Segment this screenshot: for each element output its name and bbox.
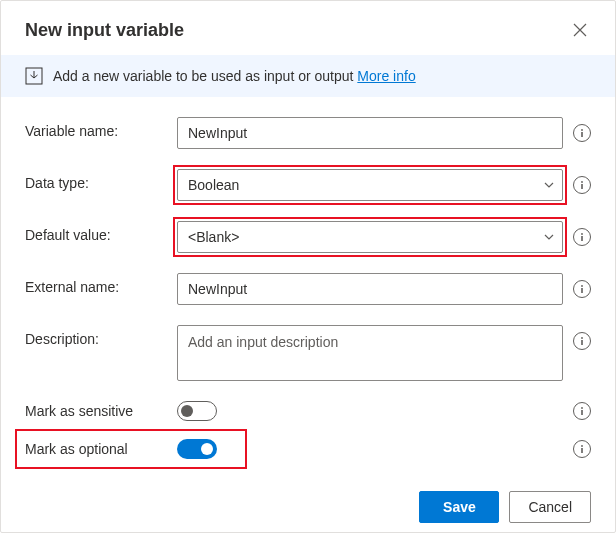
svg-point-9 [581, 337, 583, 339]
save-button[interactable]: Save [419, 491, 499, 523]
dialog-header: New input variable [1, 1, 615, 55]
row-data-type: Data type: Boolean [25, 169, 591, 201]
row-mark-sensitive: Mark as sensitive [25, 401, 591, 421]
info-button-description[interactable] [573, 332, 591, 350]
new-input-variable-dialog: New input variable Add a new variable to… [0, 0, 616, 533]
variable-name-input[interactable] [177, 117, 563, 149]
more-info-link[interactable]: More info [357, 68, 415, 84]
info-icon [577, 406, 587, 416]
row-variable-name: Variable name: [25, 117, 591, 149]
mark-optional-toggle[interactable] [177, 439, 217, 459]
label-variable-name: Variable name: [25, 117, 177, 139]
svg-rect-4 [581, 184, 583, 189]
info-button-mark-optional[interactable] [573, 440, 591, 458]
close-icon [573, 23, 587, 37]
variable-badge-icon [25, 67, 43, 85]
label-default-value: Default value: [25, 221, 177, 243]
info-banner: Add a new variable to be used as input o… [1, 55, 615, 97]
close-button[interactable] [569, 19, 591, 41]
svg-point-3 [581, 181, 583, 183]
description-input[interactable] [177, 325, 563, 381]
label-mark-optional: Mark as optional [25, 441, 177, 457]
label-external-name: External name: [25, 273, 177, 295]
row-external-name: External name: [25, 273, 591, 305]
info-icon [577, 232, 587, 242]
svg-rect-2 [581, 132, 583, 137]
info-icon [577, 444, 587, 454]
svg-point-7 [581, 285, 583, 287]
info-icon [577, 336, 587, 346]
svg-rect-14 [581, 448, 583, 453]
row-mark-optional: Mark as optional [25, 439, 591, 459]
toggle-knob [181, 405, 193, 417]
svg-point-1 [581, 129, 583, 131]
default-value-select[interactable]: <Blank> [177, 221, 563, 253]
external-name-input[interactable] [177, 273, 563, 305]
svg-rect-8 [581, 288, 583, 293]
data-type-select[interactable]: Boolean [177, 169, 563, 201]
info-icon [577, 284, 587, 294]
dialog-footer: Save Cancel [1, 477, 615, 533]
dialog-title: New input variable [25, 20, 184, 41]
info-button-external-name[interactable] [573, 280, 591, 298]
info-banner-text: Add a new variable to be used as input o… [53, 68, 416, 84]
label-mark-sensitive: Mark as sensitive [25, 403, 177, 419]
label-data-type: Data type: [25, 169, 177, 191]
info-button-data-type[interactable] [573, 176, 591, 194]
svg-rect-10 [581, 340, 583, 345]
info-icon [577, 180, 587, 190]
svg-point-5 [581, 233, 583, 235]
svg-rect-6 [581, 236, 583, 241]
cancel-button[interactable]: Cancel [509, 491, 591, 523]
row-description: Description: [25, 325, 591, 381]
form-area: Variable name: Data type: Boolean [1, 97, 615, 477]
info-button-default-value[interactable] [573, 228, 591, 246]
toggle-knob [201, 443, 213, 455]
row-default-value: Default value: <Blank> [25, 221, 591, 253]
mark-sensitive-toggle[interactable] [177, 401, 217, 421]
label-description: Description: [25, 325, 177, 347]
info-button-variable-name[interactable] [573, 124, 591, 142]
svg-rect-12 [581, 410, 583, 415]
svg-point-13 [581, 445, 583, 447]
info-button-mark-sensitive[interactable] [573, 402, 591, 420]
info-icon [577, 128, 587, 138]
svg-point-11 [581, 407, 583, 409]
